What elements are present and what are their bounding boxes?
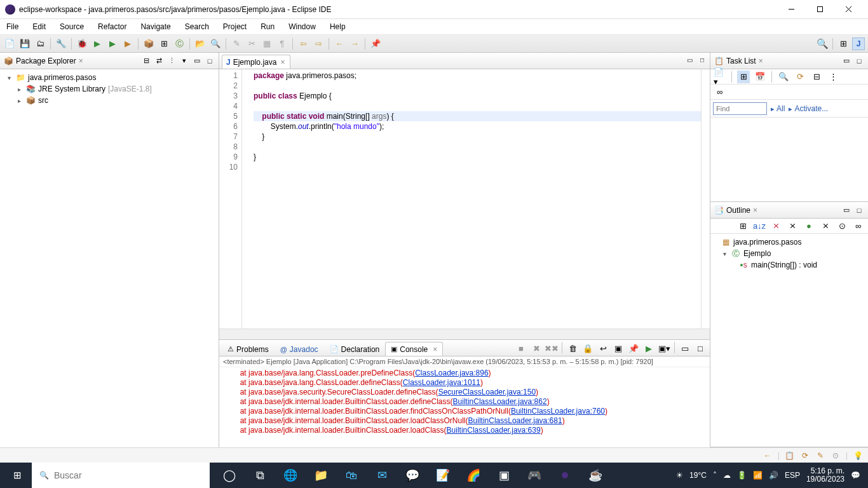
sort-az-icon[interactable]: a↓z: [753, 220, 766, 233]
tree-toggle-icon[interactable]: ▸: [15, 97, 23, 104]
start-button[interactable]: ⊞: [3, 463, 32, 488]
maximize-view-icon[interactable]: □: [205, 56, 215, 66]
quick-access-icon[interactable]: 🔍: [816, 37, 829, 50]
outline-class[interactable]: ▾ Ⓒ Ejemplo: [710, 248, 868, 259]
task-activate-link[interactable]: ▸ Activate...: [789, 104, 828, 113]
mail-icon[interactable]: ✉: [367, 463, 397, 488]
clear-console-icon[interactable]: 🗑: [566, 342, 579, 355]
wifi-icon[interactable]: 📶: [753, 471, 763, 480]
hide-local-icon[interactable]: ⨯: [819, 220, 832, 233]
new-class-icon[interactable]: Ⓒ: [173, 37, 186, 50]
tree-toggle-icon[interactable]: ▾: [721, 250, 728, 257]
whatsapp-icon[interactable]: 💬: [398, 463, 427, 488]
tab-javadoc[interactable]: @ Javadoc: [275, 342, 324, 356]
package-tree[interactable]: ▾ 📁 java.primeros.pasos ▸ 📚 JRE System L…: [0, 69, 219, 447]
show-console-icon[interactable]: ▣: [612, 342, 625, 355]
connector-icon[interactable]: ∞: [714, 86, 726, 98]
perspective-open-icon[interactable]: ⊞: [837, 37, 850, 50]
synchronize-icon[interactable]: ⟳: [794, 71, 806, 83]
task-all-link[interactable]: ▸ All: [771, 104, 785, 113]
sb-history-icon[interactable]: ⟳: [800, 451, 810, 461]
open-type-icon[interactable]: 🔧: [55, 37, 67, 50]
tab-problems[interactable]: ⚠ Problems: [222, 342, 275, 356]
view-menu-icon[interactable]: ⋮: [827, 71, 839, 83]
hide-nonpublic-icon[interactable]: ●: [803, 220, 815, 233]
scroll-lock-icon[interactable]: 🔒: [581, 342, 594, 355]
sb-back-icon[interactable]: ←: [763, 451, 773, 461]
pin-icon[interactable]: 📌: [369, 37, 382, 50]
debug-icon[interactable]: 🐞: [76, 37, 88, 50]
notifications-icon[interactable]: 💬: [851, 471, 860, 480]
task-find-input[interactable]: [713, 102, 767, 115]
minimize-editor-icon[interactable]: ▭: [684, 55, 695, 65]
maximize-view-icon[interactable]: □: [854, 56, 864, 66]
battery-icon[interactable]: 🔋: [737, 471, 747, 480]
toggle-mark-icon[interactable]: ✎: [230, 37, 243, 50]
annotation-next-icon[interactable]: ⇨: [312, 37, 325, 50]
menu-source[interactable]: Source: [57, 21, 86, 32]
save-icon[interactable]: 💾: [18, 37, 31, 50]
new-task-icon[interactable]: 📄▾: [714, 71, 726, 83]
edge-icon[interactable]: 🌐: [276, 463, 305, 488]
weather-icon[interactable]: ☀: [676, 471, 683, 480]
open-console-icon[interactable]: ▣▾: [658, 342, 670, 355]
minimize-bottom-icon[interactable]: ▭: [679, 342, 691, 355]
menu-help[interactable]: Help: [327, 21, 348, 32]
volume-icon[interactable]: 🔊: [769, 471, 778, 480]
java-perspective-icon[interactable]: J: [852, 37, 865, 50]
code-editor[interactable]: 12345678910 package java.primeros.pasos;…: [219, 69, 710, 329]
eclipse-app-icon[interactable]: [550, 463, 580, 488]
cortana-icon[interactable]: ◯: [215, 463, 244, 488]
sort-icon[interactable]: ⊞: [736, 220, 749, 233]
annotation-prev-icon[interactable]: ⇦: [297, 37, 309, 50]
coverage-icon[interactable]: ▶: [106, 37, 119, 50]
sb-sync-icon[interactable]: ⊙: [831, 451, 841, 461]
remove-launch-icon[interactable]: ✖: [530, 342, 543, 355]
hide-fields-icon[interactable]: ⨯: [770, 220, 782, 233]
tree-item-jre[interactable]: ▸ 📚 JRE System Library [JavaSE-1.8]: [0, 83, 219, 95]
editor-hscroll[interactable]: [219, 329, 710, 339]
minimize-view-icon[interactable]: ▭: [841, 205, 851, 215]
explorer-icon[interactable]: 📁: [306, 463, 336, 488]
console-output[interactable]: at java.base/java.lang.ClassLoader.preDe…: [219, 367, 710, 447]
java-icon[interactable]: ☕: [581, 463, 610, 488]
search-icon[interactable]: 🔍: [209, 37, 222, 50]
taskbar-search[interactable]: 🔍: [32, 463, 210, 488]
new-icon[interactable]: 📄: [3, 37, 16, 50]
tree-toggle-icon[interactable]: ▸: [15, 86, 23, 93]
clock[interactable]: 5:16 p. m. 19/06/2023: [806, 467, 844, 484]
search-input[interactable]: [54, 470, 202, 480]
remove-all-icon[interactable]: ✖✖: [545, 342, 558, 355]
close-button[interactable]: [834, 0, 863, 19]
language-indicator[interactable]: ESP: [785, 471, 800, 480]
outline-method[interactable]: ●s main(String[]) : void: [710, 259, 868, 271]
task-list-body[interactable]: [710, 118, 868, 201]
focus-task-icon[interactable]: 🔍: [777, 71, 790, 83]
pin-console-icon[interactable]: 📌: [627, 342, 640, 355]
menu-edit[interactable]: Edit: [30, 21, 48, 32]
menu-refactor[interactable]: Refactor: [95, 21, 129, 32]
outline-tree[interactable]: ▦ java.primeros.pasos ▾ Ⓒ Ejemplo ●s mai…: [710, 234, 868, 273]
task-view-icon[interactable]: ⧉: [245, 463, 275, 488]
terminal-icon[interactable]: ▣: [489, 463, 519, 488]
tree-toggle-icon[interactable]: ▾: [5, 74, 13, 81]
maximize-editor-icon[interactable]: □: [697, 55, 707, 65]
tab-declaration[interactable]: 📄 Declaration: [324, 342, 386, 356]
new-package-icon[interactable]: 📦: [142, 37, 155, 50]
outline-package[interactable]: ▦ java.primeros.pasos: [710, 236, 868, 248]
close-tab-icon[interactable]: ×: [279, 58, 286, 67]
maximize-bottom-icon[interactable]: □: [694, 342, 707, 355]
store-icon[interactable]: 🛍: [337, 463, 366, 488]
minimize-button[interactable]: [777, 0, 806, 19]
tree-item-src[interactable]: ▸ 📦 src: [0, 95, 219, 106]
tab-console[interactable]: ▣ Console ×: [385, 342, 443, 356]
display-selected-icon[interactable]: ▶: [642, 342, 655, 355]
minimize-view-icon[interactable]: ▭: [841, 56, 851, 66]
categorize-icon[interactable]: ⊞: [737, 71, 750, 83]
chrome-icon[interactable]: 🌈: [459, 463, 488, 488]
menu-project[interactable]: Project: [220, 21, 249, 32]
maximize-view-icon[interactable]: □: [854, 205, 864, 215]
filter-icon[interactable]: ⋮: [166, 56, 177, 66]
menu-run[interactable]: Run: [258, 21, 277, 32]
minimize-view-icon[interactable]: ▭: [192, 56, 202, 66]
